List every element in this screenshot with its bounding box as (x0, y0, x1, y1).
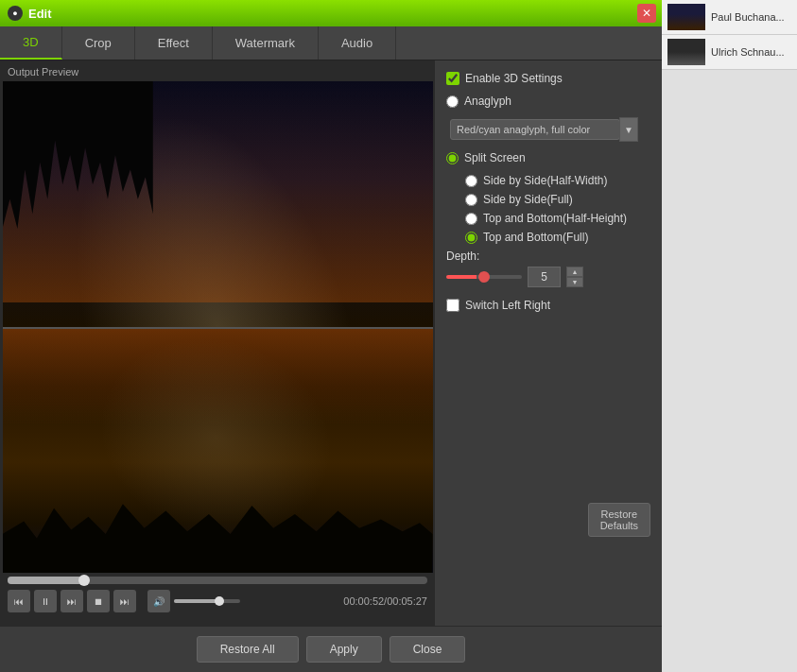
switch-lr-row: Switch Left Right (446, 299, 650, 312)
split-screen-row: Split Screen (446, 151, 650, 164)
close-window-button[interactable]: ✕ (637, 4, 656, 23)
depth-label: Depth: (446, 250, 479, 263)
preview-panel: Output Preview (0, 60, 435, 626)
stop-button[interactable]: ⏹ (87, 590, 110, 612)
output-preview-label: Output Preview (0, 60, 435, 81)
enable-3d-row: Enable 3D Settings (446, 72, 650, 85)
fast-forward-button[interactable]: ⏭ (61, 590, 83, 612)
anaglyph-radio[interactable] (446, 95, 459, 108)
sidebar-name-1: Ulrich Schnau... (711, 46, 785, 58)
depth-row: ▲ ▼ (446, 267, 650, 287)
tab-audio[interactable]: Audio (319, 26, 396, 60)
enable-3d-label: Enable 3D Settings (465, 72, 563, 85)
settings-panel: Enable 3D Settings Anaglyph Red/cyan ana… (435, 60, 662, 626)
volume-bar[interactable] (174, 599, 240, 603)
restore-all-button[interactable]: Restore All (197, 636, 299, 663)
main-window: 3D Crop Effect Watermark Audio Output Pr… (0, 26, 662, 672)
top-full-label: Top and Bottom(Full) (483, 231, 588, 244)
progress-bar[interactable] (8, 577, 427, 584)
thumb-sky-1 (667, 39, 705, 65)
split-screen-radio[interactable] (446, 152, 459, 164)
split-screen-label: Split Screen (464, 151, 526, 164)
volume-handle[interactable] (215, 596, 224, 606)
depth-spinner: ▲ ▼ (566, 267, 583, 287)
volume-section: 🔊 (147, 590, 240, 612)
video-controls: ⏮ ⏸ ⏭ ⏹ ⏭ 🔊 (0, 573, 435, 616)
depth-section: Depth: ▲ ▼ (446, 250, 650, 287)
enable-3d-checkbox[interactable] (446, 72, 459, 85)
side-half-option: Side by Side(Half-Width) (465, 174, 650, 187)
tab-crop[interactable]: Crop (62, 26, 135, 60)
progress-handle[interactable] (78, 575, 90, 586)
switch-lr-label: Switch Left Right (465, 299, 550, 312)
split-line (3, 327, 433, 329)
depth-slider[interactable] (446, 275, 522, 279)
anaglyph-dropdown-container: Red/cyan anaglyph, full color ▼ (450, 117, 650, 142)
right-sidebar: Paul Buchana... Ulrich Schnau... (662, 0, 797, 672)
tab-3d[interactable]: 3D (0, 26, 62, 60)
video-preview (3, 81, 433, 573)
top-full-radio[interactable] (465, 232, 477, 244)
pause-button[interactable]: ⏸ (34, 590, 57, 612)
rewind-button[interactable]: ⏮ (8, 590, 30, 612)
tab-bar: 3D Crop Effect Watermark Audio (0, 26, 662, 60)
volume-button[interactable]: 🔊 (147, 590, 170, 612)
bottom-buttons-bar: Restore All Apply Close (0, 626, 662, 672)
anaglyph-row: Anaglyph (446, 95, 650, 108)
sidebar-item-1[interactable]: Ulrich Schnau... (662, 35, 797, 70)
time-display: 00:00:52/00:05:27 (343, 595, 427, 607)
volume-fill (174, 599, 217, 603)
app-icon: ● (8, 6, 23, 21)
thumb-sky-0 (667, 4, 705, 30)
app-container: ● Edit ✕ 3D Crop Effect Watermark Audio … (0, 0, 797, 672)
tab-effect[interactable]: Effect (135, 26, 213, 60)
sidebar-thumb-1 (667, 39, 705, 65)
side-full-radio[interactable] (465, 194, 477, 206)
sidebar-item-0[interactable]: Paul Buchana... (662, 0, 797, 35)
dropdown-arrow[interactable]: ▼ (619, 117, 638, 142)
side-half-radio[interactable] (465, 175, 477, 187)
split-options-group: Side by Side(Half-Width) Side by Side(Fu… (465, 174, 650, 244)
window-title: Edit (28, 7, 52, 21)
progress-fill (8, 577, 83, 584)
depth-value-input[interactable] (528, 267, 561, 287)
top-full-option: Top and Bottom(Full) (465, 231, 650, 244)
content-area: Output Preview (0, 60, 662, 626)
anaglyph-dropdown[interactable]: Red/cyan anaglyph, full color (450, 119, 620, 140)
left-part: ● Edit ✕ 3D Crop Effect Watermark Audio … (0, 0, 662, 672)
tab-watermark[interactable]: Watermark (213, 26, 319, 60)
sidebar-thumb-0 (667, 4, 705, 30)
side-half-label: Side by Side(Half-Width) (483, 174, 607, 187)
side-full-option: Side by Side(Full) (465, 193, 650, 206)
control-buttons: ⏮ ⏸ ⏭ ⏹ ⏭ 🔊 (8, 590, 427, 612)
depth-down-button[interactable]: ▼ (566, 277, 583, 287)
title-bar: ● Edit ✕ (0, 0, 662, 26)
bottom-half-bg (3, 327, 433, 573)
anaglyph-label: Anaglyph (464, 95, 511, 108)
top-half-option: Top and Bottom(Half-Height) (465, 212, 650, 225)
top-half-radio[interactable] (465, 213, 477, 225)
restore-defaults-button[interactable]: Restore Defaults (588, 503, 650, 537)
depth-up-button[interactable]: ▲ (566, 267, 583, 277)
top-half-label: Top and Bottom(Half-Height) (483, 212, 627, 225)
switch-lr-checkbox[interactable] (446, 299, 459, 312)
apply-button[interactable]: Apply (306, 636, 382, 663)
close-button[interactable]: Close (390, 636, 466, 663)
next-button[interactable]: ⏭ (113, 590, 136, 612)
side-full-label: Side by Side(Full) (483, 193, 573, 206)
sidebar-name-0: Paul Buchana... (711, 11, 785, 23)
